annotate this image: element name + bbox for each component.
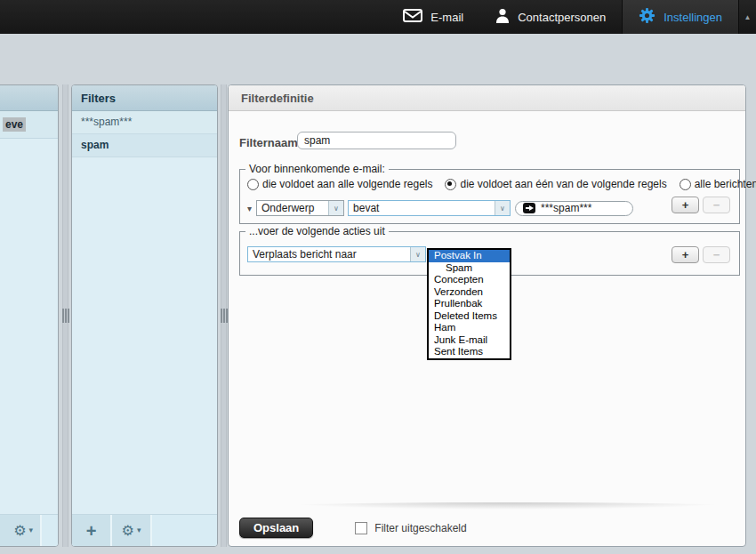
radio-icon — [445, 179, 456, 190]
action-row-buttons: + − — [672, 246, 730, 263]
folder-dropdown-option[interactable]: Prullenbak — [429, 298, 510, 310]
rule-row-buttons: + − — [672, 197, 730, 213]
checkbox-icon[interactable] — [355, 522, 367, 534]
filter-item-label: ***spam*** — [81, 116, 132, 128]
taskbar-collapse-button[interactable]: ▲ — [739, 0, 756, 34]
folder-option-label: Sent Items — [434, 346, 483, 357]
filter-actions-button[interactable]: ⚙ ▾ — [112, 515, 152, 546]
scroll-shadow — [282, 502, 733, 510]
folder-option-label: Spam — [446, 262, 472, 273]
splitter-filtersets-filters[interactable] — [62, 84, 68, 547]
folder-dropdown-option[interactable]: Sent Items — [429, 346, 510, 358]
save-button[interactable]: Opslaan — [239, 518, 313, 538]
add-rule-button[interactable]: + — [672, 197, 699, 213]
splitter-filters-form[interactable] — [221, 84, 227, 547]
contacts-label: Contactpersonen — [518, 11, 606, 24]
radio-label: alle berichten — [695, 178, 756, 190]
folder-option-label: Ham — [434, 322, 455, 333]
top-taskbar: E-mail Contactpersonen Instellin — [0, 0, 756, 34]
filters-panel: Filters ***spam*** spam + ⚙ ▾ — [71, 84, 218, 547]
filters-panel-title: Filters — [72, 85, 217, 111]
rule-value-input[interactable]: ***spam*** — [515, 201, 633, 216]
folder-option-label: Postvak In — [434, 250, 482, 261]
select-arrow-icon: ∨ — [410, 247, 425, 261]
radio-icon — [680, 179, 691, 190]
rule-field-select[interactable]: Onderwerp ∨ — [256, 200, 344, 216]
folder-dropdown-option[interactable]: Verzonden — [429, 286, 510, 299]
folder-dropdown-option[interactable]: Junk E-mail — [429, 334, 510, 347]
folder-option-label: Concepten — [434, 274, 484, 285]
folder-dropdown-option[interactable]: Deleted Items — [429, 310, 510, 323]
folder-option-label: Verzonden — [434, 286, 483, 297]
rule-value-text: ***spam*** — [541, 202, 591, 214]
person-icon — [495, 8, 510, 26]
remove-rule-button: − — [703, 197, 730, 213]
filter-name-input[interactable] — [297, 132, 456, 149]
splitter-grip-icon — [221, 309, 228, 323]
filter-item-label: spam — [81, 139, 109, 151]
filtersets-panel-header — [0, 85, 58, 111]
remove-action-button: − — [703, 246, 730, 263]
rule-scope-radio-option[interactable]: die voldoet aan één van de volgende rege… — [445, 178, 666, 190]
folder-option-label: Prullenbak — [434, 298, 482, 309]
taskbar-item-settings[interactable]: Instellingen — [622, 0, 739, 34]
collapse-up-icon: ▲ — [744, 13, 752, 21]
folder-option-label: Deleted Items — [434, 310, 497, 321]
folder-dropdown-option[interactable]: Spam — [429, 262, 510, 275]
rule-expand-icon[interactable]: ▾ — [247, 204, 252, 213]
filter-disabled-toggle[interactable]: Filter uitgeschakeld — [355, 522, 466, 534]
gear-icon — [639, 7, 655, 27]
filters-list: ***spam*** spam — [72, 111, 217, 157]
folder-dropdown-option[interactable]: Concepten — [429, 274, 510, 286]
modifier-icon[interactable] — [523, 203, 535, 213]
actions-legend: ...voer de volgende acties uit — [245, 225, 389, 237]
email-icon — [403, 9, 422, 25]
folder-option-label: Junk E-mail — [434, 334, 487, 345]
filterset-actions-button[interactable]: ⚙ ▾ — [0, 515, 42, 546]
rule-row: ▾ Onderwerp ∨ bevat ∨ ***spam*** — [247, 199, 732, 217]
rule-field-value: Onderwerp — [261, 202, 314, 214]
chevron-down-icon: ▾ — [137, 526, 141, 534]
radio-label: die voldoet aan alle volgende regels — [262, 178, 432, 190]
action-type-select[interactable]: Verplaats bericht naar ∨ — [247, 246, 426, 262]
rule-scope-radio-option[interactable]: alle berichten — [680, 178, 756, 190]
gear-icon: ⚙ — [122, 524, 134, 538]
folder-dropdown-option[interactable]: Postvak In — [429, 250, 510, 262]
folder-dropdown-list: Postvak In Spam Concepten Verzonden Prul… — [427, 248, 511, 360]
add-filter-button[interactable]: + — [72, 515, 112, 546]
gear-icon: ⚙ — [13, 524, 26, 538]
rule-operator-value: bevat — [353, 202, 379, 214]
radio-label: die voldoet aan één van de volgende rege… — [460, 178, 666, 190]
filterset-name: eve — [3, 117, 26, 132]
filterset-row-selected[interactable]: eve — [0, 111, 58, 139]
filter-name-label: Filternaam: — [239, 136, 302, 149]
taskbar-item-email[interactable]: E-mail — [387, 0, 479, 34]
save-row: Opslaan Filter uitgeschakeld — [239, 518, 467, 538]
filtersets-panel: eve ⚙ ▾ — [0, 84, 59, 547]
rule-scope-radio-option[interactable]: die voldoet aan alle volgende regels — [247, 178, 432, 190]
filter-definition-title: Filterdefinitie — [229, 85, 745, 111]
email-label: E-mail — [430, 11, 463, 24]
rule-scope-radiogroup: die voldoet aan alle volgende regels die… — [247, 178, 732, 190]
filters-panel-footer: + ⚙ ▾ — [72, 514, 217, 546]
filtersets-panel-footer: ⚙ ▾ — [0, 514, 58, 546]
folder-dropdown-option[interactable]: Ham — [429, 322, 510, 334]
action-type-value: Verplaats bericht naar — [253, 248, 357, 261]
plus-icon: + — [86, 522, 97, 540]
filter-list-item[interactable]: spam — [72, 134, 217, 157]
filter-list-item[interactable]: ***spam*** — [72, 111, 217, 134]
chevron-down-icon: ▾ — [28, 526, 33, 534]
filter-definition-panel: Filterdefinitie Filternaam: Voor binnenk… — [228, 84, 746, 547]
radio-icon — [247, 179, 259, 190]
incoming-mail-legend: Voor binnenkomende e-mail: — [245, 163, 389, 175]
taskbar-item-contacts[interactable]: Contactpersonen — [479, 0, 622, 34]
select-arrow-icon: ∨ — [328, 201, 343, 215]
filter-form: Filternaam: Voor binnenkomende e-mail: d… — [229, 111, 745, 546]
add-action-button[interactable]: + — [672, 246, 699, 263]
rule-operator-select[interactable]: bevat ∨ — [348, 200, 511, 216]
filter-disabled-label: Filter uitgeschakeld — [374, 522, 466, 534]
settings-label: Instellingen — [664, 11, 722, 24]
select-arrow-icon: ∨ — [495, 201, 510, 215]
incoming-mail-fieldset: Voor binnenkomende e-mail: die voldoet a… — [239, 169, 740, 224]
splitter-grip-icon — [62, 309, 69, 323]
